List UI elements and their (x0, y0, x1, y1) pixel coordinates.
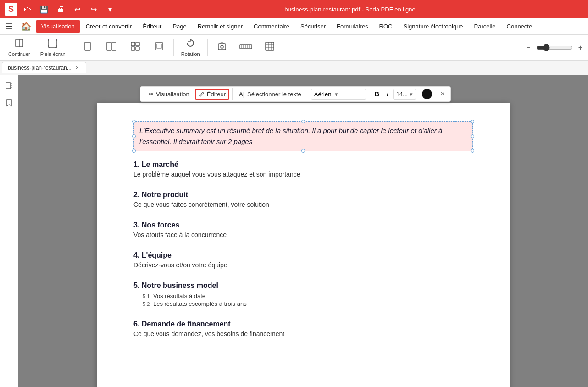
select-text-button[interactable]: A| Sélectionner le texte (235, 89, 305, 100)
menu-formulaires[interactable]: Formulaires (331, 20, 374, 33)
grid-view-button[interactable] (124, 39, 147, 55)
sub-list: 5.1 Vos résultats à date 5.2 Les résulta… (133, 293, 473, 307)
menu-remplir[interactable]: Remplir et signer (192, 20, 248, 33)
double-page-icon (106, 41, 116, 54)
continuer-button[interactable]: Continuer (4, 36, 35, 59)
selected-textbox[interactable]: L'Executive summary est un résumé bref d… (133, 121, 473, 151)
handle-tl[interactable] (132, 120, 136, 123)
close-toolbar-button[interactable]: × (438, 89, 447, 99)
svg-rect-5 (112, 42, 116, 50)
handle-rm[interactable] (471, 134, 474, 138)
home-menu-icon[interactable]: 🏠 (17, 20, 36, 33)
svg-rect-6 (131, 42, 135, 46)
plein-ecran-label: Plein écran (40, 51, 66, 57)
fit-page-button[interactable] (148, 39, 171, 55)
font-size-arrow-icon: ▾ (410, 91, 413, 98)
list-item: 4. L'équipe Décrivez-vous et/ou votre éq… (133, 251, 473, 269)
zoom-slider[interactable] (536, 44, 573, 51)
sidebar-page-panel-button[interactable] (2, 79, 17, 94)
ft-sep-4 (419, 88, 419, 100)
item-desc: Ce que vous demandez, vos besoins de fin… (133, 330, 473, 337)
plein-ecran-icon (48, 38, 58, 50)
toolbar-sep-3 (207, 39, 208, 56)
rotation-label: Rotation (181, 51, 200, 57)
handle-lm[interactable] (132, 134, 136, 138)
visualisation-mode-label: Visualisation (156, 91, 189, 98)
menu-connecter[interactable]: Connecte... (501, 20, 543, 33)
menu-parcelle[interactable]: Parcelle (469, 20, 501, 33)
open-folder-icon[interactable]: 🗁 (21, 3, 34, 16)
zoom-in-button[interactable]: + (577, 42, 584, 54)
hamburger-menu-icon[interactable]: ☰ (2, 20, 17, 33)
ruler-button[interactable] (234, 39, 257, 55)
menu-visualisation[interactable]: Visualisation (36, 20, 80, 33)
snapshot-icon (217, 41, 227, 54)
font-label: Aérien (314, 91, 332, 98)
font-size-label: 14... (396, 91, 408, 98)
menu-commentaire[interactable]: Commentaire (248, 20, 295, 33)
table-icon (265, 41, 275, 54)
font-size-selector[interactable]: 14... ▾ (393, 89, 416, 100)
handle-bm[interactable] (301, 149, 305, 153)
rotation-button[interactable]: Rotation (177, 36, 205, 59)
sidebar-bookmark-button[interactable] (2, 95, 17, 110)
double-page-button[interactable] (100, 39, 123, 55)
svg-rect-2 (49, 39, 57, 47)
item-header: 4. L'équipe (133, 251, 473, 260)
menu-roc[interactable]: ROC (374, 20, 398, 33)
svg-rect-3 (85, 42, 90, 50)
menu-page[interactable]: Page (167, 20, 192, 33)
svg-rect-4 (107, 42, 111, 50)
font-arrow-icon: ▾ (335, 91, 338, 98)
item-desc: Ce que vous faites concrètement, votre s… (133, 201, 473, 208)
continuer-icon (14, 38, 24, 50)
menu-signature[interactable]: Signature électronique (398, 20, 469, 33)
item-header: 3. Nos forces (133, 221, 473, 229)
fit-page-icon (154, 41, 164, 54)
tab-label: business-plan-restauran... (8, 65, 72, 71)
menu-editeur[interactable]: Éditeur (137, 20, 167, 33)
selected-text-content: L'Executive summary est un résumé bref d… (139, 127, 442, 145)
item-desc: Vos atouts face à la concurrence (133, 231, 473, 238)
ft-sep-3 (369, 88, 369, 100)
editeur-mode-label: Éditeur (207, 91, 226, 98)
list-item: 5. Notre business model 5.1 Vos résultat… (133, 282, 473, 307)
menu-securiser[interactable]: Sécuriser (295, 20, 331, 33)
snapshot-button[interactable] (211, 39, 233, 55)
menu-creer[interactable]: Créer et convertir (80, 20, 137, 33)
more-icon[interactable]: ▾ (104, 3, 116, 16)
redo-icon[interactable]: ↪ (87, 3, 100, 16)
handle-bl[interactable] (132, 149, 136, 153)
document-tab[interactable]: business-plan-restauran... × (2, 62, 86, 73)
sub-list-item: 5.2 Les résultats escomptés à trois ans (143, 300, 473, 307)
toolbar: Continuer Plein écran Rotation (0, 35, 588, 61)
text-edit-toolbar: Visualisation Éditeur A| Sélectionner le… (140, 86, 451, 102)
single-page-button[interactable] (76, 39, 99, 55)
save-icon[interactable]: 💾 (38, 3, 50, 16)
font-selector[interactable]: Aérien ▾ (311, 89, 366, 100)
item-header: 5. Notre business model (133, 282, 473, 290)
editeur-mode-button[interactable]: Éditeur (195, 89, 229, 100)
handle-br[interactable] (471, 149, 474, 153)
list-item: 3. Nos forces Vos atouts face à la concu… (133, 221, 473, 238)
grid-view-icon (130, 41, 140, 54)
italic-button[interactable]: I (384, 89, 391, 99)
window-title: business-plan-restaurant.pdf - Soda PDF … (116, 6, 583, 13)
document-area[interactable]: Visualisation Éditeur A| Sélectionner le… (18, 75, 588, 387)
handle-tm[interactable] (301, 120, 305, 123)
sidebar (0, 75, 18, 387)
plein-ecran-button[interactable]: Plein écran (36, 36, 70, 59)
print-icon[interactable]: 🖨 (54, 3, 67, 16)
svg-rect-26 (6, 83, 11, 89)
visualisation-mode-button[interactable]: Visualisation (144, 89, 193, 100)
undo-icon[interactable]: ↩ (71, 3, 83, 16)
svg-rect-12 (218, 44, 226, 50)
item-header: 6. Demande de financement (133, 320, 473, 328)
text-color-picker[interactable] (422, 89, 432, 99)
handle-tr[interactable] (471, 120, 474, 123)
ft-sep-1 (232, 88, 233, 100)
tab-close-button[interactable]: × (74, 64, 80, 72)
zoom-out-button[interactable]: − (524, 42, 532, 54)
table-button[interactable] (258, 39, 281, 55)
bold-button[interactable]: B (372, 89, 382, 99)
